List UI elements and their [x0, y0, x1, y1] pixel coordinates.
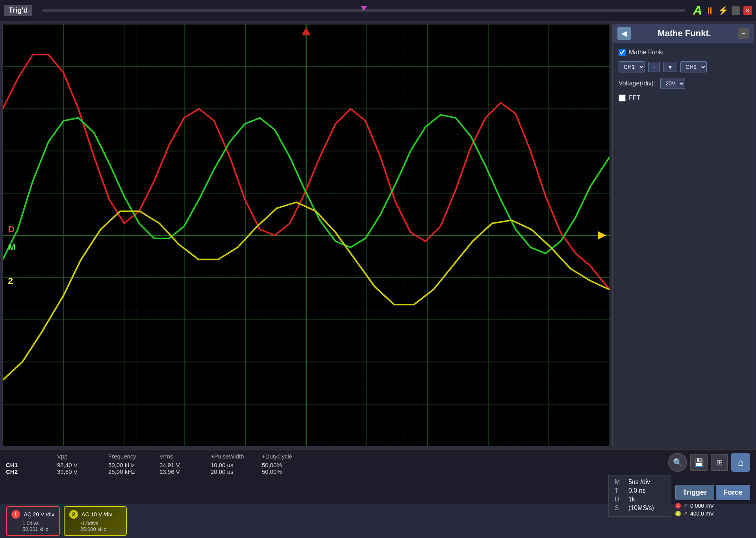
meas-header-vpp: Vpp — [57, 453, 96, 460]
content-area: D M 2 ◀ Mathe Funkt. − Mathe Funkt. — [0, 22, 756, 449]
search-zoom-button[interactable]: 🔍 — [668, 453, 687, 472]
tb-m-key: M — [615, 479, 623, 486]
scope-svg: D M 2 — [3, 24, 610, 446]
close-button[interactable]: ✕ — [743, 6, 752, 15]
save-button[interactable]: 💾 — [690, 454, 708, 471]
top-bar: Trig'd A ⏸ ⚡ − ✕ — [0, 0, 756, 22]
icon-button-row: 🔍 💾 ⊞ ⌂ — [668, 453, 750, 472]
meas-ch2-freq: 25,00 kHz — [108, 468, 148, 475]
minimize-button[interactable]: − — [732, 6, 740, 15]
trig-badge: Trig'd — [4, 5, 32, 16]
meas-row-ch1: CH1 98,40 V 50,00 kHz 34,91 V 10,00 us 5… — [6, 462, 301, 468]
ch2-number: 2 — [69, 510, 78, 519]
mathe-funkt-row: Mathe Funkt. — [619, 49, 748, 56]
tb-m-value: 5us /div — [628, 479, 650, 486]
trigger-line — [42, 9, 685, 12]
tb-d-value: 1k — [628, 496, 635, 503]
mathe-funkt-checkbox-label[interactable]: Mathe Funkt. — [619, 49, 665, 56]
channel-a-icon: A — [693, 3, 702, 18]
ch1-header: 1 AC 20 V /div — [11, 510, 54, 519]
search-zoom-icon: 🔍 — [673, 458, 683, 467]
ch1-detail: 1.0divs 50,001 kHz — [11, 520, 54, 532]
meas-ch2-duty: 50,00% — [262, 468, 301, 475]
meas-ch2-vrms: 13,96 V — [159, 468, 199, 475]
panel-back-button[interactable]: ◀ — [617, 27, 631, 40]
ch2-ac-label: AC — [82, 511, 89, 518]
measurement-table: Vpp Frequency Vrms +PulseWidth +DutyCycl… — [6, 453, 301, 475]
mathe-funkt-checkbox[interactable] — [619, 49, 626, 56]
mathe-funkt-label: Mathe Funkt. — [629, 49, 665, 56]
fft-row: FFT — [619, 94, 748, 102]
ch1-number: 1 — [11, 510, 20, 519]
timebase-d-row: D 1k — [615, 496, 665, 503]
top-bar-icons: A ⏸ ⚡ − ✕ — [693, 3, 752, 18]
trigger-marker — [361, 6, 367, 11]
grid-icon: ⊞ — [716, 458, 723, 467]
meas-header-blank — [6, 453, 45, 460]
operator-button[interactable]: + — [648, 62, 660, 72]
ch1-divs: 1.0divs — [22, 520, 39, 526]
ch1-freq: 50,001 kHz — [22, 526, 48, 532]
measurement-header: Vpp Frequency Vrms +PulseWidth +DutyCycl… — [6, 453, 301, 460]
meas-ch1-label: CH1 — [6, 462, 45, 468]
ch1-ac-label: AC — [24, 511, 31, 518]
meas-header-vrms: Vrms — [159, 453, 199, 460]
ch2-freq: 25,000 kHz — [80, 526, 106, 532]
panel-title: Mathe Funkt. — [635, 28, 734, 39]
save-icon: 💾 — [694, 458, 704, 467]
timebase-m-row: M 5us /div — [615, 479, 665, 486]
meas-ch1-vpp: 98,40 V — [57, 462, 96, 468]
fft-checkbox[interactable] — [619, 94, 626, 102]
operator-label: + — [652, 64, 656, 70]
meas-ch2-vpp: 39,60 V — [57, 468, 96, 475]
trigger-button[interactable]: Trigger — [675, 485, 714, 500]
meas-ch1-freq: 50,00 kHz — [108, 462, 148, 468]
tb-d-key: D — [615, 496, 623, 503]
tb-t-value: 0.0 ns — [628, 487, 646, 494]
ch1-voltage: 20 V /div — [33, 511, 54, 518]
channel-math-row: CH1 CH2 + ▼ CH2 CH1 — [619, 61, 748, 72]
bottom-info-bar: Vpp Frequency Vrms +PulseWidth +DutyCycl… — [0, 449, 756, 504]
right-panel: ◀ Mathe Funkt. − Mathe Funkt. CH1 CH2 — [612, 24, 754, 447]
meas-ch1-vrms: 34,91 V — [159, 462, 199, 468]
home-button[interactable]: ⌂ — [731, 453, 750, 472]
svg-text:M: M — [8, 243, 15, 252]
fft-label: FFT — [629, 94, 640, 102]
meas-header-freq: Frequency — [108, 453, 148, 460]
ch2-detail: -1.0divs 25,000 kHz — [69, 520, 121, 532]
voltage-select[interactable]: 20V 10V 50V — [660, 78, 685, 89]
grid-button[interactable]: ⊞ — [711, 454, 728, 471]
force-button[interactable]: Force — [716, 485, 750, 500]
voltage-row: Voltage(/div): 20V 10V 50V — [619, 78, 748, 89]
meas-ch2-pulse: 20,00 us — [211, 468, 250, 475]
meas-header-duty: +DutyCycle — [262, 453, 301, 460]
channel-1-box[interactable]: 1 AC 20 V /div 1.0divs 50,001 kHz — [6, 506, 60, 536]
tb-t-key: T — [615, 487, 623, 494]
meas-header-pulse: +PulseWidth — [211, 453, 250, 460]
voltage-label: Voltage(/div): — [619, 80, 655, 87]
timebase-t-row: T 0.0 ns — [615, 487, 665, 494]
ch2-voltage: 10 V /div — [91, 511, 112, 518]
meas-ch1-pulse: 10,00 us — [211, 462, 250, 468]
ch2-header: 2 AC 10 V /div — [69, 510, 121, 519]
pause-icon: ⏸ — [705, 5, 715, 16]
svg-text:2: 2 — [8, 276, 13, 285]
trigger-force-buttons: Trigger Force — [675, 485, 750, 500]
channel-boxes: 1 AC 20 V /div 1.0divs 50,001 kHz 2 AC 1… — [0, 504, 756, 538]
panel-header: ◀ Mathe Funkt. − — [613, 24, 754, 43]
meas-ch2-label: CH2 — [6, 468, 45, 475]
scope-display: D M 2 — [2, 24, 610, 447]
ch2-divs: -1.0divs — [80, 520, 98, 526]
ch1-select[interactable]: CH1 CH2 — [619, 61, 645, 72]
meas-row-ch2: CH2 39,60 V 25,00 kHz 13,96 V 20,00 us 5… — [6, 468, 301, 475]
svg-text:D: D — [8, 225, 15, 234]
panel-minus-button[interactable]: − — [738, 28, 749, 39]
operator-dropdown-button[interactable]: ▼ — [663, 62, 677, 72]
ch2-select[interactable]: CH2 CH1 — [680, 61, 707, 72]
meas-ch1-duty: 50,00% — [262, 462, 301, 468]
home-icon: ⌂ — [738, 457, 744, 468]
bolt-icon: ⚡ — [718, 6, 728, 16]
panel-content: Mathe Funkt. CH1 CH2 + ▼ CH2 CH1 — [613, 43, 754, 447]
channel-2-box[interactable]: 2 AC 10 V /div -1.0divs 25,000 kHz — [64, 506, 127, 536]
